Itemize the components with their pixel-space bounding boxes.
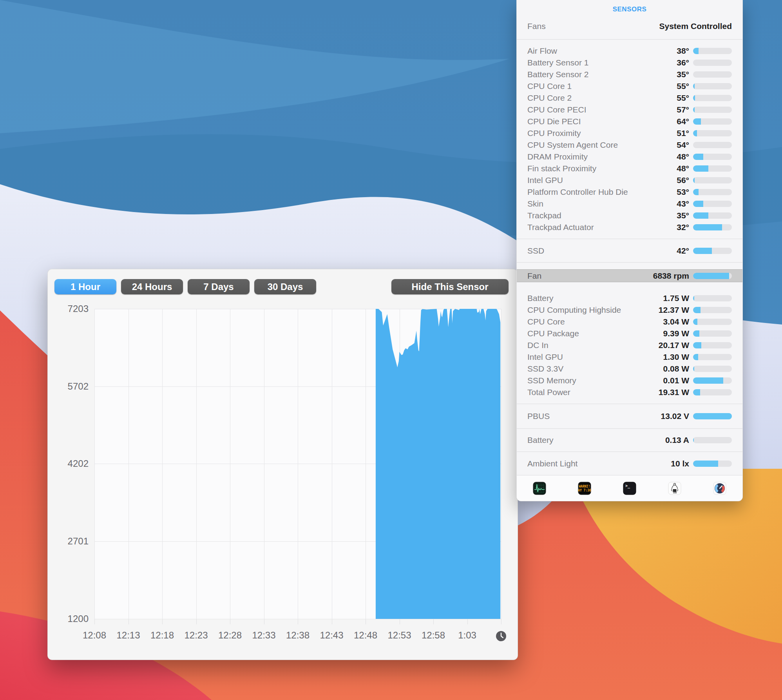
sensor-label: Battery Sensor 2 [527,70,677,79]
temperature-row[interactable]: Trackpad Actuator32° [517,221,742,233]
sensor-value: 0.01 W [663,376,689,385]
sensor-label: SSD 3.3V [527,364,663,374]
power-row[interactable]: CPU Core3.04 W [517,316,742,328]
sensor-label: CPU Core [527,317,663,326]
ssd-value: 42° [677,246,689,256]
y-axis-label: 4202 [52,458,89,469]
temperature-row[interactable]: CPU Core PECI57° [517,104,742,116]
fans-label: Fans [527,22,546,31]
sensor-value: 48° [677,164,689,173]
power-row[interactable]: Total Power19.31 W [517,386,742,398]
fan-history-window: 1 Hour24 Hours7 Days30 Days Hide This Se… [47,269,518,660]
sensor-bar [693,377,732,384]
power-row[interactable]: CPU Computing Highside12.37 W [517,304,742,316]
sensor-bar [693,165,732,172]
sensor-label: CPU Core 1 [527,82,677,91]
power-row[interactable]: SSD Memory0.01 W [517,375,742,386]
sensor-bar [693,48,732,54]
battery-current-bar [693,437,732,443]
temperature-row[interactable]: CPU Core 155° [517,80,742,92]
terminal-app-icon[interactable]: >_ [607,482,652,495]
temperature-row[interactable]: Battery Sensor 136° [517,57,742,69]
sensor-value: 0.08 W [663,364,689,374]
power-row[interactable]: Battery1.75 W [517,292,742,304]
range-button-24-hours[interactable]: 24 Hours [121,279,183,294]
sensor-label: CPU Core 2 [527,93,677,103]
sensor-bar [693,83,732,89]
sensors-panel: SENSORS Fans System Controlled Air Flow3… [516,0,743,501]
temperature-row[interactable]: CPU Core 255° [517,92,742,104]
ssd-bar [693,248,732,254]
sensor-value: 38° [677,46,689,56]
sensor-bar [693,118,732,125]
fan-rpm-chart [94,309,501,619]
temperature-row[interactable]: CPU System Agent Core54° [517,139,742,151]
sensor-bar [693,71,732,78]
temperature-row[interactable]: Battery Sensor 235° [517,69,742,80]
sensor-label: CPU Package [527,329,663,338]
fan-row-selected[interactable]: Fan 6838 rpm [517,269,742,282]
time-axis-clock-button[interactable] [496,631,507,642]
svg-text:WARNI!: WARNI! [579,485,590,488]
sensor-label: DC In [527,341,659,350]
sensor-bar [693,60,732,66]
fans-mode-row[interactable]: Fans System Controlled [517,13,742,39]
sensor-label: CPU Computing Highside [527,305,659,315]
temperature-row[interactable]: Platform Controller Hub Die53° [517,186,742,198]
fans-mode-value: System Controlled [659,22,732,31]
oscilloscope-app-icon[interactable] [517,482,562,495]
sensor-label: Trackpad [527,211,677,220]
power-row[interactable]: CPU Package9.39 W [517,328,742,339]
ssd-row[interactable]: SSD 42° [517,239,742,262]
sensor-bar [693,201,732,207]
power-row[interactable]: DC In20.17 W [517,339,742,351]
sensor-value: 19.31 W [659,388,689,397]
ssd-label: SSD [527,246,677,256]
sensor-value: 3.04 W [663,317,689,326]
gauge-app-icon[interactable] [697,482,742,495]
sensor-label: Intel GPU [527,176,677,185]
sensor-bar [693,212,732,219]
ambient-light-row[interactable]: Ambient Light 10 lx [517,452,742,475]
temperature-row[interactable]: Fin stack Proximity48° [517,163,742,174]
sensor-value: 43° [677,199,689,209]
sensor-value: 20.17 W [659,341,689,350]
calipers-chip-app-icon[interactable] [652,482,697,495]
range-button-30-days[interactable]: 30 Days [254,279,316,294]
temperature-row[interactable]: Air Flow38° [517,45,742,57]
sensor-value: 32° [677,223,689,232]
sensor-value: 35° [677,70,689,79]
y-axis-label: 5702 [52,381,89,392]
sensor-label: DRAM Proximity [527,152,677,161]
lcd-warning-app-icon[interactable]: WARNI! AY 7:36 [562,482,607,495]
temperature-row[interactable]: CPU Die PECI64° [517,116,742,127]
sensor-value: 35° [677,211,689,220]
sensor-value: 55° [677,82,689,91]
svg-text:AY 7:36: AY 7:36 [578,489,591,492]
temperature-row[interactable]: Intel GPU56° [517,174,742,186]
sensor-label: Intel GPU [527,352,663,362]
sensor-label: CPU Proximity [527,129,677,138]
ambient-light-label: Ambient Light [527,459,671,468]
pbus-row[interactable]: PBUS 13.02 V [517,404,742,428]
sensor-label: Platform Controller Hub Die [527,187,677,197]
range-button-1-hour[interactable]: 1 Hour [54,279,116,294]
ambient-light-bar [693,461,732,467]
power-row[interactable]: SSD 3.3V0.08 W [517,363,742,375]
sensor-label: Total Power [527,388,659,397]
hide-this-sensor-button[interactable]: Hide This Sensor [391,279,509,294]
battery-current-row[interactable]: Battery 0.13 A [517,429,742,452]
power-row[interactable]: Intel GPU1.30 W [517,351,742,363]
sensor-value: 53° [677,187,689,197]
svg-text:>_: >_ [625,484,630,488]
ambient-light-value: 10 lx [671,459,689,468]
temperature-row[interactable]: Skin43° [517,198,742,210]
panel-footer: WARNI! AY 7:36 >_ [517,475,742,501]
range-button-7-days[interactable]: 7 Days [188,279,250,294]
temperature-row[interactable]: DRAM Proximity48° [517,151,742,163]
sensor-label: Trackpad Actuator [527,223,677,232]
sensor-value: 54° [677,140,689,150]
temperature-row[interactable]: Trackpad35° [517,210,742,221]
sensor-bar [693,354,732,360]
temperature-row[interactable]: CPU Proximity51° [517,127,742,139]
